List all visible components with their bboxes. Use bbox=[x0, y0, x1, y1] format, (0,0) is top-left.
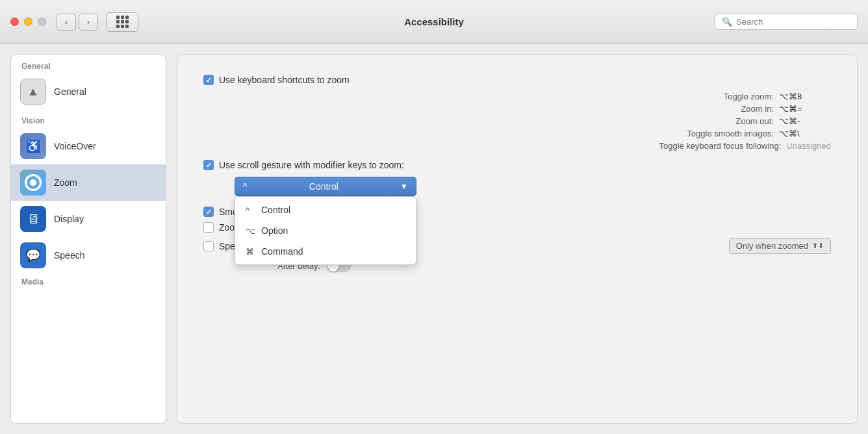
modifier-dropdown-container: ^ Control ▼ ^ Control ⌥ Option ⌘ Command bbox=[235, 177, 831, 196]
scroll-gesture-row: ✓ Use scroll gesture with modifier keys … bbox=[203, 160, 831, 170]
toggle-zoom-label: Toggle zoom: bbox=[605, 92, 774, 101]
sidebar-item-display[interactable]: 🖥 Display bbox=[11, 201, 166, 237]
window-title: Accessibility bbox=[404, 16, 464, 27]
toggle-keyboard-focus-label: Toggle keyboard focus following: bbox=[612, 141, 781, 151]
sidebar-section-media: Media bbox=[11, 274, 166, 289]
grid-icon bbox=[116, 16, 129, 28]
sidebar-item-speech-label: Speech bbox=[54, 250, 84, 261]
toggle-keyboard-focus-value: Unassigned bbox=[786, 141, 831, 151]
dropdown-arrow-icon: ▼ bbox=[400, 182, 408, 191]
sidebar-section-vision: Vision bbox=[11, 110, 166, 128]
maximize-button[interactable] bbox=[38, 18, 46, 26]
control-option-label: Control bbox=[261, 205, 290, 215]
command-prefix-icon: ⌘ bbox=[246, 247, 256, 257]
sidebar-item-speech[interactable]: 💬 Speech bbox=[11, 237, 166, 274]
main-content: General ▲ General Vision ♿ VoiceOver Z bbox=[0, 44, 868, 434]
display-icon: 🖥 bbox=[20, 206, 46, 232]
sidebar-item-voiceover[interactable]: ♿ VoiceOver bbox=[11, 128, 166, 164]
only-when-zoomed-arrow-icon: ⬆⬇ bbox=[812, 242, 824, 250]
zoom-in-value: ⌥⌘= bbox=[779, 104, 831, 114]
speech-icon: 💬 bbox=[20, 242, 46, 268]
zoom-out-row: Zoom out: ⌥⌘- bbox=[219, 116, 831, 126]
checkbox-check-icon: ✓ bbox=[206, 76, 212, 84]
smooth-images-check-icon: ✓ bbox=[206, 208, 212, 216]
modifier-dropdown-prefix: ^ bbox=[243, 181, 248, 192]
option-prefix-icon: ⌥ bbox=[246, 226, 256, 236]
toggle-smooth-label: Toggle smooth images: bbox=[605, 129, 774, 138]
sidebar: General ▲ General Vision ♿ VoiceOver Z bbox=[10, 55, 166, 424]
only-when-zoomed-label: Only when zoomed bbox=[736, 241, 808, 251]
search-input[interactable] bbox=[736, 17, 850, 27]
sidebar-section-general: General bbox=[11, 55, 166, 73]
sidebar-item-general[interactable]: ▲ General bbox=[11, 73, 166, 110]
dropdown-item-command[interactable]: ⌘ Command bbox=[235, 241, 416, 262]
zoom-icon bbox=[20, 170, 46, 196]
keyboard-shortcuts-text: Use keyboard shortcuts to zoom bbox=[219, 75, 350, 85]
toggle-zoom-row: Toggle zoom: ⌥⌘8 bbox=[219, 92, 831, 101]
minimize-button[interactable] bbox=[24, 18, 32, 26]
zoom-in-row: Zoom in: ⌥⌘= bbox=[219, 104, 831, 114]
modifier-dropdown-value: Control bbox=[309, 181, 338, 192]
toggle-zoom-value: ⌥⌘8 bbox=[779, 92, 831, 101]
zoom-follow-checkbox[interactable] bbox=[203, 222, 214, 233]
command-label: Command bbox=[261, 246, 303, 257]
keyboard-shortcuts-checkbox[interactable]: ✓ bbox=[203, 75, 214, 85]
grid-view-button[interactable] bbox=[106, 12, 138, 32]
zoom-in-label: Zoom in: bbox=[605, 104, 774, 114]
traffic-lights bbox=[10, 18, 46, 26]
option-label: Option bbox=[261, 225, 288, 236]
sidebar-item-display-label: Display bbox=[54, 214, 84, 224]
nav-buttons: ‹ › bbox=[57, 14, 98, 31]
forward-button[interactable]: › bbox=[79, 14, 98, 31]
modifier-dropdown[interactable]: ^ Control ▼ bbox=[235, 177, 416, 196]
titlebar: ‹ › Accessibility 🔍 bbox=[0, 0, 868, 44]
only-when-zoomed-dropdown[interactable]: Only when zoomed ⬆⬇ bbox=[729, 238, 831, 254]
shortcut-rows: Toggle zoom: ⌥⌘8 Zoom in: ⌥⌘= Zoom out: … bbox=[219, 92, 831, 151]
dropdown-item-control[interactable]: ^ Control bbox=[235, 199, 416, 220]
close-button[interactable] bbox=[10, 18, 19, 26]
voiceover-icon: ♿ bbox=[20, 133, 46, 159]
main-panel: ✓ Use keyboard shortcuts to zoom Toggle … bbox=[177, 55, 858, 424]
sidebar-item-voiceover-label: VoiceOver bbox=[54, 141, 96, 151]
search-icon: 🔍 bbox=[722, 17, 732, 27]
toggle-smooth-row: Toggle smooth images: ⌥⌘\ bbox=[219, 129, 831, 138]
toggle-smooth-value: ⌥⌘\ bbox=[779, 129, 831, 138]
keyboard-shortcuts-row: ✓ Use keyboard shortcuts to zoom bbox=[203, 75, 831, 85]
smooth-images-checkbox[interactable]: ✓ bbox=[203, 207, 214, 217]
back-button[interactable]: ‹ bbox=[57, 14, 76, 31]
zoom-out-value: ⌥⌘- bbox=[779, 116, 831, 126]
general-icon: ▲ bbox=[20, 79, 46, 105]
scroll-gesture-check-icon: ✓ bbox=[206, 161, 212, 170]
dropdown-menu: ^ Control ⌥ Option ⌘ Command bbox=[235, 196, 416, 265]
sidebar-item-general-label: General bbox=[54, 86, 86, 97]
sidebar-item-zoom-label: Zoom bbox=[54, 177, 77, 188]
search-box[interactable]: 🔍 bbox=[715, 14, 858, 30]
scroll-gesture-text: Use scroll gesture with modifier keys to… bbox=[219, 160, 404, 170]
dropdown-item-option[interactable]: ⌥ Option bbox=[235, 220, 416, 241]
keyboard-shortcuts-label[interactable]: ✓ Use keyboard shortcuts to zoom bbox=[203, 75, 350, 85]
zoom-out-label: Zoom out: bbox=[605, 116, 774, 126]
control-prefix-icon: ^ bbox=[246, 205, 256, 215]
toggle-keyboard-focus-row: Toggle keyboard focus following: Unassig… bbox=[219, 141, 831, 151]
speak-items-checkbox[interactable] bbox=[203, 241, 214, 251]
sidebar-item-zoom[interactable]: Zoom bbox=[11, 164, 166, 201]
scroll-gesture-checkbox[interactable]: ✓ bbox=[203, 160, 214, 170]
